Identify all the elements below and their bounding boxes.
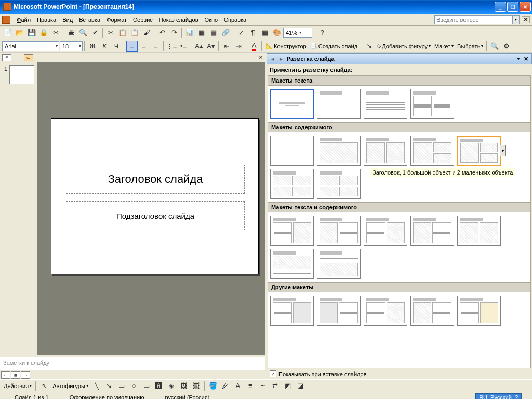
layout-other-2[interactable]	[317, 296, 361, 326]
close-button[interactable]: ✕	[520, 2, 531, 12]
lang-help-icon[interactable]: ?	[515, 394, 518, 400]
arrow-style-icon[interactable]: ⇄	[270, 380, 281, 392]
layout-other-3[interactable]	[364, 296, 407, 326]
title-placeholder[interactable]: Заголовок слайда	[66, 165, 245, 194]
design-button[interactable]: 📐Конструктор	[264, 43, 308, 49]
increase-font-icon[interactable]: A▴	[193, 41, 205, 52]
line-tool-icon[interactable]: ╲	[91, 380, 102, 392]
show-on-insert-checkbox[interactable]: ✓	[270, 370, 276, 377]
sorter-view-icon[interactable]: ▦	[11, 371, 20, 379]
tabs-close-icon[interactable]: ✕	[259, 55, 263, 60]
showhide-icon[interactable]: ¶	[247, 27, 259, 38]
new-icon[interactable]: 📄	[2, 27, 14, 38]
doc-close-button[interactable]: ✕	[522, 16, 530, 23]
fontsize-combo[interactable]: 18▾	[60, 41, 83, 51]
print-icon[interactable]: 🖶	[65, 27, 77, 38]
menu-file[interactable]: Файл	[14, 16, 34, 24]
tables-borders-icon[interactable]: ▤	[208, 27, 219, 38]
menu-tools[interactable]: Сервис	[130, 16, 156, 24]
layouts-scroll[interactable]: Макеты текста Макеты содержимого ▾ Загол…	[268, 75, 530, 368]
hyperlink-icon[interactable]: 🔗	[220, 27, 231, 38]
layout-text-content-4[interactable]	[410, 216, 454, 246]
menu-slideshow[interactable]: Показ слайдов	[156, 16, 202, 24]
gear-icon[interactable]: ⚙	[501, 41, 512, 52]
layout-text-content-7[interactable]	[317, 249, 361, 279]
subtitle-placeholder[interactable]: Подзаголовок слайда	[66, 201, 245, 230]
3d-icon[interactable]: ◪	[295, 380, 306, 392]
slide-canvas-area[interactable]: Заголовок слайда Подзаголовок слайда	[37, 62, 265, 355]
permission-icon[interactable]: 🔒	[38, 27, 49, 38]
zoom-tool-icon[interactable]: 🔍	[489, 41, 500, 52]
layout-one-large-two-small[interactable]: ▾	[457, 136, 501, 166]
undo-icon[interactable]: ↶	[156, 27, 168, 38]
font-color-draw-icon[interactable]: A	[232, 380, 244, 392]
layout-text-content-1[interactable]	[270, 216, 314, 246]
ask-question-input[interactable]	[434, 15, 512, 24]
menu-format[interactable]: Формат	[103, 16, 130, 24]
paste-icon[interactable]: 📋	[129, 27, 140, 38]
dash-style-icon[interactable]: ┄	[257, 380, 269, 392]
menu-window[interactable]: Окно	[202, 16, 221, 24]
expand-icon[interactable]: ⤢	[235, 27, 247, 38]
taskpane-forward-icon[interactable]: ►	[278, 56, 284, 62]
grid-icon[interactable]: ▦	[259, 27, 271, 38]
oval-tool-icon[interactable]: ○	[128, 380, 140, 392]
line-color-icon[interactable]: 🖊	[220, 380, 231, 392]
textbox-tool-icon[interactable]: ▭	[141, 380, 152, 392]
decrease-font-icon[interactable]: A▾	[205, 41, 217, 52]
layout-four-content[interactable]	[270, 169, 314, 199]
diagram-icon[interactable]: ◈	[166, 380, 177, 392]
formatpainter-icon[interactable]: 🖌	[141, 27, 152, 38]
mail-icon[interactable]: ✉	[50, 27, 61, 38]
layout-text-content-3[interactable]	[364, 216, 407, 246]
add-shape-button[interactable]: ◇Добавить фигуру▾	[375, 43, 432, 49]
layout-text-content-5[interactable]	[457, 216, 501, 246]
underline-icon[interactable]: Ч	[111, 41, 122, 52]
save-icon[interactable]: 💾	[26, 27, 37, 38]
fill-color-icon[interactable]: 🪣	[207, 380, 219, 392]
align-right-icon[interactable]: ≡	[150, 41, 162, 52]
font-combo[interactable]: Arial▾	[2, 41, 59, 51]
arrow-tool-icon[interactable]: ↘	[103, 380, 115, 392]
preview-icon[interactable]: 🔍	[77, 27, 89, 38]
minimize-button[interactable]: _	[495, 2, 506, 12]
layout-four-content-b[interactable]	[317, 169, 361, 199]
clipart-icon[interactable]: 🖼	[178, 380, 190, 392]
increase-indent-icon[interactable]: ⇥	[233, 41, 244, 52]
slides-tab-icon[interactable]: ▭	[24, 54, 33, 61]
outline-tab-icon[interactable]: ≡	[2, 54, 11, 61]
layout-other-5[interactable]	[457, 296, 501, 326]
spellcheck-icon[interactable]: ✔	[89, 27, 101, 38]
taskpane-close-icon[interactable]: ✕	[524, 56, 528, 62]
layout-other-1[interactable]	[270, 296, 314, 326]
help-icon[interactable]: ?	[316, 27, 328, 38]
ask-dropdown[interactable]: ▾	[512, 15, 520, 24]
language-indicator[interactable]: RU Русский ?	[475, 393, 522, 400]
align-left-icon[interactable]: ≡	[126, 41, 138, 52]
line-style-icon[interactable]: ≡	[245, 380, 256, 392]
shadow-icon[interactable]: ◩	[282, 380, 294, 392]
chart-icon[interactable]: 📊	[184, 27, 195, 38]
color-icon[interactable]: 🎨	[271, 27, 283, 38]
zoom-combo[interactable]: 41%▾	[283, 28, 312, 38]
actions-menu[interactable]: Действия▾	[2, 383, 33, 389]
layout-title-slide[interactable]	[270, 89, 314, 119]
layout-title-only[interactable]	[317, 89, 361, 119]
bullets-icon[interactable]: •≡	[178, 41, 189, 52]
maximize-button[interactable]: ❐	[507, 2, 518, 12]
table-icon[interactable]: ▦	[196, 27, 207, 38]
autoshapes-menu[interactable]: Автофигуры▾	[51, 383, 90, 389]
taskpane-back-icon[interactable]: ◄	[270, 56, 275, 62]
open-icon[interactable]: 📂	[14, 27, 25, 38]
layout-button[interactable]: Макет▾	[433, 43, 455, 49]
notes-pane[interactable]: Заметки к слайду	[0, 355, 265, 370]
new-slide-button[interactable]: 📑Создать слайд	[309, 43, 359, 49]
normal-view-icon[interactable]: ▭	[1, 371, 10, 379]
decrease-indent-icon[interactable]: ⇤	[221, 41, 232, 52]
picture-icon[interactable]: 🖼	[191, 380, 202, 392]
layout-text-content-6[interactable]	[270, 249, 314, 279]
rectangle-tool-icon[interactable]: ▭	[116, 380, 127, 392]
menu-edit[interactable]: Правка	[34, 16, 59, 24]
layout-content[interactable]	[317, 136, 361, 166]
copy-icon[interactable]: 📋	[117, 27, 128, 38]
